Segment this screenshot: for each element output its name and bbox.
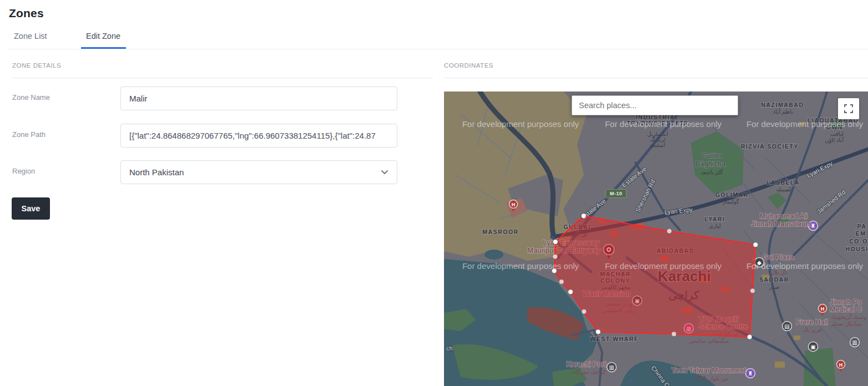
polygon-vertex-handle[interactable]	[747, 334, 752, 339]
map-canvas[interactable]: H▣▥◆♜♜▥▤HH▥▣ NAZIMABADناظم آبادLIAQUATAB…	[444, 92, 868, 386]
map-label: Muhammad Ali	[760, 212, 808, 220]
map-label: Frere Hall	[796, 318, 827, 326]
museum-icon[interactable]: ▥	[850, 338, 860, 347]
region-selected-value: North Pakistan	[129, 167, 184, 177]
svg-text:▥: ▥	[852, 339, 857, 346]
map-watermark: For development purposes only	[746, 119, 864, 129]
map-label: RIZVIA SOCIETY	[741, 143, 799, 150]
map-label: ناظم آباد	[773, 108, 793, 115]
section-divider	[12, 78, 433, 78]
map-label: CO-O	[849, 238, 867, 245]
map-label: میڈیکل سینٹر	[830, 321, 861, 327]
region-label: Region	[12, 167, 35, 175]
map-watermark: For development purposes only	[605, 261, 722, 271]
polygon-midpoint-handle[interactable]	[750, 288, 755, 293]
map-label: وسٹ گریجویٹ	[831, 314, 866, 321]
map-label: میگنیفائی سائنس	[689, 338, 729, 344]
map-watermark: For development purposes only	[462, 119, 579, 129]
map-label: لسبیله	[776, 186, 791, 192]
map-search-input[interactable]	[572, 95, 738, 115]
map-label: LASBELA	[766, 179, 800, 186]
map-label: ch	[446, 345, 453, 352]
svg-text:▤: ▤	[784, 323, 789, 329]
monument-icon[interactable]: ♜	[746, 369, 755, 378]
polygon-vertex-handle[interactable]	[568, 290, 573, 294]
section-divider	[444, 78, 868, 78]
page-title: Zones	[9, 7, 44, 20]
fullscreen-button[interactable]	[838, 98, 859, 119]
map-label: MASROOR	[482, 228, 518, 235]
route-badge: M-10	[605, 189, 627, 198]
train-station-icon[interactable]: ▣	[809, 342, 818, 352]
map-label: NAZIMABAD	[761, 101, 804, 108]
map-label: Gul Plaza	[763, 253, 794, 261]
map-label: گٹر باغیچہ	[700, 169, 723, 175]
save-button[interactable]: Save	[12, 197, 50, 220]
map-label: Jinnah Mausoleum	[751, 220, 811, 228]
map-watermark: For development purposes only	[605, 119, 722, 129]
svg-text:♜: ♜	[748, 370, 753, 377]
zone-path-input[interactable]	[120, 124, 397, 148]
fullscreen-icon	[844, 104, 854, 114]
svg-text:▣: ▣	[810, 344, 815, 350]
polygon-midpoint-handle[interactable]	[553, 254, 558, 259]
frere-hall-icon[interactable]: ▤	[783, 322, 792, 331]
map-label: Karachi Port	[566, 360, 606, 368]
coordinates-heading: COORDINATES	[444, 62, 493, 69]
map-label: گولیمار	[722, 199, 739, 205]
tab-zone-list[interactable]: Zone List	[14, 32, 47, 40]
map-label: Bāghicha	[695, 160, 726, 168]
map-label: فریر بال	[803, 327, 822, 333]
map-label: تین تلوار یادگار	[694, 375, 729, 382]
map-watermark: For development purposes only	[462, 261, 579, 271]
map-label: صدر	[769, 284, 780, 290]
polygon-midpoint-handle[interactable]	[667, 228, 672, 233]
map-label: لیاری	[709, 223, 721, 229]
map-label: Medical C	[830, 305, 862, 313]
map-label: GOLIMAR	[715, 191, 749, 198]
zone-name-label: Zone Name	[12, 93, 50, 101]
map-label: Teen Talwar Monument	[672, 366, 746, 374]
map-label: HOUSI	[846, 246, 868, 252]
polygon-midpoint-handle[interactable]	[672, 332, 677, 337]
map-label: Gutter	[702, 151, 722, 160]
map-label: كراچى بندرگاه	[573, 369, 606, 375]
svg-text:H: H	[839, 362, 843, 368]
polygon-vertex-handle[interactable]	[581, 214, 586, 219]
polygon-midpoint-handle[interactable]	[582, 309, 587, 314]
map-label: EM	[856, 230, 866, 237]
map-label: اسٹیٹ	[650, 142, 665, 148]
zone-path-label: Zone Path	[12, 130, 46, 139]
map-label: PA	[857, 223, 867, 230]
zone-name-input[interactable]	[120, 87, 397, 110]
map-label: آباد ٹاؤن	[825, 136, 844, 144]
polygon-midpoint-handle[interactable]	[559, 280, 564, 285]
zone-details-heading: ZONE DETAILS	[12, 62, 61, 69]
tabs-divider	[8, 49, 868, 49]
svg-text:▥: ▥	[609, 364, 614, 370]
polygon-vertex-handle[interactable]	[753, 242, 758, 247]
port-icon[interactable]: ▥	[607, 363, 617, 372]
svg-text:H: H	[821, 306, 825, 312]
region-select[interactable]: North Pakistan	[120, 160, 397, 184]
map-label: لیاقت	[830, 131, 844, 137]
polygon-vertex-handle[interactable]	[596, 329, 600, 334]
polygon-vertex-handle[interactable]	[553, 240, 558, 245]
map-label: SADDAR	[759, 276, 789, 283]
map-watermark: For development purposes only	[746, 261, 864, 271]
tab-edit-zone[interactable]: Edit Zone	[86, 32, 120, 40]
svg-text:H: H	[512, 202, 516, 207]
chevron-down-icon	[381, 170, 388, 175]
map-label: WEST WHARF	[590, 336, 638, 342]
map-label: LYARI	[704, 216, 725, 222]
